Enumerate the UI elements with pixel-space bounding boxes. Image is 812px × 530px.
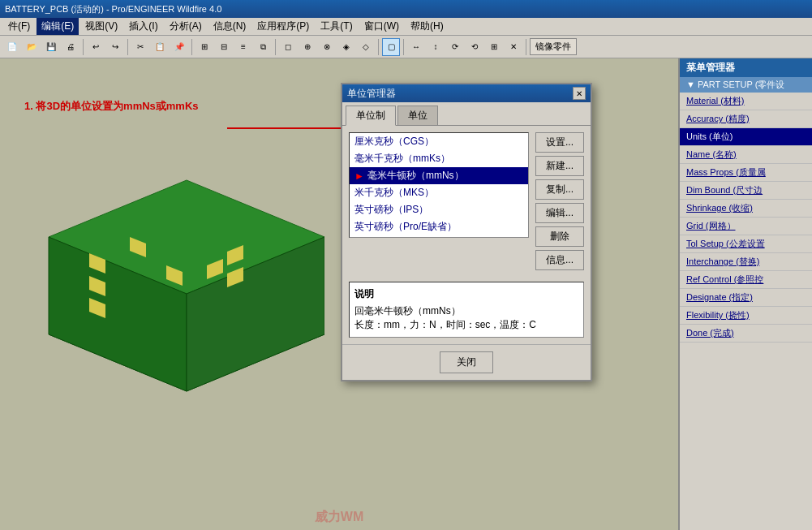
menu-accuracy[interactable]: Accuracy (精度) <box>680 110 812 128</box>
btn-j[interactable]: ↔ <box>407 38 425 56</box>
sep4 <box>275 39 276 55</box>
btn-d[interactable]: ⧉ <box>254 38 272 56</box>
dialog-close-btn[interactable]: 关闭 <box>440 351 493 373</box>
menu-app[interactable]: 应用程序(P) <box>252 18 314 35</box>
pcb-board <box>24 156 324 399</box>
menu-name[interactable]: Name (名称) <box>680 146 812 164</box>
btn-k[interactable]: ↕ <box>427 38 445 56</box>
title-bar: BATTERY_PCB (活动的) - Pro/ENGINEER Wildfir… <box>0 0 812 18</box>
watermark: 威力WM <box>315 509 363 526</box>
tab-unit[interactable]: 单位 <box>397 106 438 125</box>
menu-units[interactable]: Units (单位) <box>680 128 812 146</box>
btn-o[interactable]: ✕ <box>505 38 522 56</box>
section-label: ▼ PART SETUP (零件设 <box>686 79 784 91</box>
menu-interchange[interactable]: Interchange (替换) <box>680 253 812 271</box>
sep1 <box>83 39 84 55</box>
new-button[interactable]: 新建... <box>535 156 584 176</box>
description-title: 说明 <box>354 287 578 301</box>
btn-n[interactable]: ⊞ <box>485 38 503 56</box>
print-btn[interactable]: 🖨 <box>62 38 79 56</box>
btn-g[interactable]: ⊗ <box>318 38 336 56</box>
paste-btn[interactable]: 📌 <box>170 38 188 56</box>
sep7 <box>526 39 526 55</box>
unit-item-3[interactable]: 米千克秒（MKS） <box>350 184 528 201</box>
dialog-footer: 关闭 <box>342 344 591 380</box>
cut-btn[interactable]: ✂ <box>131 38 149 56</box>
unit-selected-arrow: ► <box>354 170 364 182</box>
menu-flexibility[interactable]: Flexibility (挠性) <box>680 307 812 325</box>
new-btn[interactable]: 📄 <box>3 38 21 56</box>
unit-list[interactable]: 厘米克秒（CGS） 毫米千克秒（mmKs） ► 毫米牛顿秒（mmNs） 米千克秒… <box>349 132 529 238</box>
delete-button[interactable]: 删除 <box>535 226 584 247</box>
btn-a[interactable]: ⊞ <box>195 38 213 56</box>
open-btn[interactable]: 📂 <box>23 38 41 56</box>
menu-tools[interactable]: 工具(T) <box>316 18 357 35</box>
menu-manager-title: 菜单管理器 <box>680 58 812 77</box>
menu-help[interactable]: 帮助(H) <box>406 18 449 35</box>
unit-item-4[interactable]: 英寸磅秒（IPS） <box>350 201 528 218</box>
main-area: 1. 将3D的单位设置为mmNs或mmKs <box>0 58 812 530</box>
unit-item-0[interactable]: 厘米克秒（CGS） <box>350 133 528 150</box>
unit-item-2[interactable]: ► 毫米牛顿秒（mmNs） <box>350 167 528 184</box>
menu-grid[interactable]: Grid (网格） <box>680 218 812 235</box>
menu-manager-section: ▼ PART SETUP (零件设 <box>680 77 812 93</box>
btn-i[interactable]: ◇ <box>357 38 375 56</box>
menu-insert[interactable]: 插入(I) <box>124 18 162 35</box>
select-btn[interactable]: ▢ <box>382 38 400 56</box>
unit-item-1[interactable]: 毫米千克秒（mmKs） <box>350 150 528 167</box>
btn-f[interactable]: ⊕ <box>299 38 316 56</box>
menu-manager: 菜单管理器 ▼ PART SETUP (零件设 Material (材料) Ac… <box>678 58 812 530</box>
btn-b[interactable]: ⊟ <box>215 38 233 56</box>
unit-manager-dialog: 单位管理器 ✕ 单位制 单位 厘米克秒（CGS） 毫米千克秒（mmKs） ► 毫… <box>341 83 592 381</box>
dialog-close-button[interactable]: ✕ <box>573 87 586 100</box>
dialog-title: 单位管理器 <box>347 87 396 101</box>
menu-ref-control[interactable]: Ref Control (参照控 <box>680 271 812 289</box>
mirror-label[interactable]: 镜像零件 <box>530 38 577 55</box>
btn-h[interactable]: ◈ <box>337 38 355 56</box>
dialog-tabs: 单位制 单位 <box>342 102 591 126</box>
save-btn[interactable]: 💾 <box>42 38 60 56</box>
menu-window[interactable]: 窗口(W) <box>359 18 404 35</box>
copy-button[interactable]: 复制... <box>535 179 584 200</box>
info-button[interactable]: 信息... <box>535 250 584 270</box>
unit-item-6[interactable]: 英尺磅秒（FPS） <box>350 235 528 238</box>
edit-button[interactable]: 编辑... <box>535 203 584 223</box>
redo-btn[interactable]: ↪ <box>106 38 124 56</box>
menu-designate[interactable]: Designate (指定) <box>680 289 812 307</box>
description-detail: 长度：mm，力：N，时间：sec，温度：C <box>354 318 578 332</box>
menu-shrinkage[interactable]: Shrinkage (收缩) <box>680 200 812 218</box>
unit-item-2-label: 毫米牛顿秒（mmNs） <box>367 169 464 183</box>
sep2 <box>127 39 128 55</box>
menu-bar: 件(F) 编辑(E) 视图(V) 插入(I) 分析(A) 信息(N) 应用程序(… <box>0 18 812 36</box>
copy-btn[interactable]: 📋 <box>151 38 169 56</box>
menu-tol-setup[interactable]: Tol Setup (公差设置 <box>680 235 812 253</box>
dialog-titlebar: 单位管理器 ✕ <box>342 84 591 102</box>
menu-file[interactable]: 件(F) <box>3 18 35 35</box>
menu-mass-props[interactable]: Mass Props (质量属 <box>680 164 812 182</box>
set-button[interactable]: 设置... <box>535 132 584 153</box>
sep5 <box>378 39 379 55</box>
description-box: 说明 回毫米牛顿秒（mmNs） 长度：mm，力：N，时间：sec，温度：C <box>349 282 584 338</box>
menu-done[interactable]: Done (完成) <box>680 325 812 343</box>
btn-l[interactable]: ⟳ <box>446 38 464 56</box>
sep6 <box>403 39 404 55</box>
menu-material[interactable]: Material (材料) <box>680 93 812 110</box>
viewport: 1. 将3D的单位设置为mmNs或mmKs <box>0 58 678 530</box>
unit-item-5[interactable]: 英寸磅秒（Pro/E缺省） <box>350 218 528 235</box>
title-text: BATTERY_PCB (活动的) - Pro/ENGINEER Wildfir… <box>5 3 221 15</box>
menu-info[interactable]: 信息(N) <box>208 18 251 35</box>
btn-c[interactable]: ≡ <box>234 38 252 56</box>
btn-m[interactable]: ⟲ <box>466 38 483 56</box>
menu-analysis[interactable]: 分析(A) <box>165 18 207 35</box>
menu-edit[interactable]: 编辑(E) <box>37 18 79 35</box>
annotation-text: 1. 将3D的单位设置为mmNs或mmKs <box>24 99 199 114</box>
menu-view[interactable]: 视图(V) <box>80 18 122 35</box>
toolbar: 📄 📂 💾 🖨 ↩ ↪ ✂ 📋 📌 ⊞ ⊟ ≡ ⧉ ◻ ⊕ ⊗ ◈ ◇ ▢ ↔ … <box>0 36 812 58</box>
undo-btn[interactable]: ↩ <box>87 38 105 56</box>
description-content: 回毫米牛顿秒（mmNs） <box>354 304 578 318</box>
btn-e[interactable]: ◻ <box>279 38 297 56</box>
sep3 <box>191 39 192 55</box>
tab-unit-system[interactable]: 单位制 <box>346 106 396 126</box>
menu-dim-bound[interactable]: Dim Bound (尺寸边 <box>680 182 812 200</box>
